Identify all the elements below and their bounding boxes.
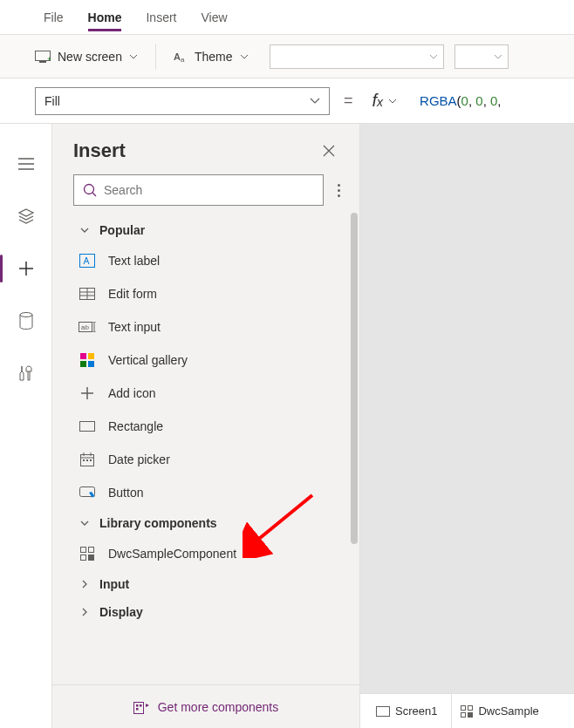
- item-label: Text input: [108, 320, 161, 334]
- chevron-down-icon: [240, 54, 249, 59]
- svg-rect-24: [88, 555, 94, 561]
- formula-input[interactable]: RGBA(0, 0, 0,: [411, 93, 574, 109]
- rail-data[interactable]: [5, 300, 47, 342]
- svg-rect-11: [80, 353, 86, 359]
- item-label: Edit form: [108, 287, 157, 301]
- screen-tab-1[interactable]: Screen1: [367, 694, 446, 729]
- rail-tools[interactable]: [5, 352, 47, 394]
- chevron-down-icon: [388, 99, 397, 104]
- item-rectangle[interactable]: Rectangle: [52, 410, 359, 443]
- item-text-input[interactable]: ab Text input: [52, 310, 359, 344]
- item-text-label[interactable]: Text label: [52, 244, 359, 277]
- group-library-components[interactable]: Library components: [52, 509, 359, 537]
- button-icon: [79, 484, 96, 501]
- text-input-icon: ab: [79, 318, 96, 336]
- svg-text:a: a: [181, 56, 185, 63]
- item-date-picker[interactable]: Date picker: [52, 443, 359, 476]
- insert-panel: Insert Popular Text label: [52, 124, 360, 728]
- get-more-label: Get more components: [158, 700, 279, 714]
- tab-label: Screen1: [395, 704, 437, 718]
- svg-rect-12: [88, 353, 94, 359]
- fx-button[interactable]: fx: [367, 91, 403, 111]
- rail-insert[interactable]: [5, 248, 47, 289]
- text-label-icon: [79, 252, 96, 269]
- tab-home[interactable]: Home: [76, 0, 134, 35]
- tab-label: DwcSample: [478, 704, 538, 718]
- theme-icon: Aa: [174, 51, 188, 63]
- get-more-components-button[interactable]: Get more components: [52, 684, 359, 728]
- svg-rect-33: [468, 712, 473, 718]
- group-label: Library components: [99, 516, 217, 530]
- group-display[interactable]: Display: [52, 598, 359, 626]
- svg-point-6: [85, 185, 94, 194]
- rail-tree-view[interactable]: [5, 143, 47, 185]
- gallery-icon: [79, 351, 96, 369]
- left-rail: [0, 124, 52, 728]
- item-vertical-gallery[interactable]: Vertical gallery: [52, 344, 359, 377]
- item-label: DwcSampleComponent: [108, 547, 236, 561]
- rectangle-icon: [79, 418, 96, 435]
- divider: [155, 44, 156, 70]
- component-icon: [79, 545, 96, 562]
- more-button[interactable]: [334, 180, 344, 201]
- search-field[interactable]: [104, 183, 314, 197]
- search-input[interactable]: [73, 174, 324, 206]
- chevron-right-icon: [82, 608, 87, 616]
- tab-insert[interactable]: Insert: [133, 0, 188, 35]
- svg-text:A: A: [174, 51, 181, 62]
- group-input[interactable]: Input: [52, 570, 359, 598]
- tab-file[interactable]: File: [31, 0, 76, 35]
- screen-tabs: Screen1 DwcSample: [360, 693, 574, 728]
- menu-bar: File Home Insert View: [0, 0, 574, 35]
- svg-rect-19: [90, 459, 92, 461]
- rail-layers[interactable]: [5, 195, 47, 237]
- theme-button[interactable]: Aa Theme: [163, 42, 259, 71]
- property-selector[interactable]: Fill: [35, 87, 330, 115]
- font-dropdown[interactable]: [270, 44, 444, 69]
- size-dropdown[interactable]: [454, 44, 509, 69]
- svg-rect-14: [88, 361, 94, 367]
- svg-rect-31: [468, 705, 473, 710]
- ribbon: + New screen Aa Theme: [0, 35, 574, 78]
- database-icon: [19, 312, 33, 330]
- svg-rect-15: [80, 422, 95, 432]
- new-screen-button[interactable]: + New screen: [24, 42, 148, 71]
- group-popular[interactable]: Popular: [52, 216, 359, 244]
- chevron-down-icon: [429, 54, 438, 59]
- scrollbar[interactable]: [351, 213, 358, 544]
- item-edit-form[interactable]: Edit form: [52, 277, 359, 310]
- property-label: Fill: [44, 94, 60, 108]
- svg-rect-17: [83, 459, 85, 461]
- chevron-down-icon: [310, 98, 320, 104]
- item-label: Rectangle: [108, 419, 163, 433]
- calendar-icon: [79, 451, 96, 468]
- canvas[interactable]: Screen1 DwcSample: [360, 124, 574, 728]
- svg-rect-21: [81, 548, 86, 553]
- item-label: Date picker: [108, 452, 170, 466]
- group-label: Popular: [99, 223, 145, 237]
- svg-rect-1: [39, 61, 46, 63]
- chevron-down-icon: [80, 520, 89, 526]
- item-label: Vertical gallery: [108, 353, 188, 367]
- svg-text:ab: ab: [81, 323, 89, 331]
- group-label: Input: [99, 577, 129, 591]
- group-label: Display: [99, 605, 143, 619]
- item-button[interactable]: Button: [52, 476, 359, 509]
- svg-rect-30: [461, 705, 466, 710]
- close-button[interactable]: [319, 141, 338, 160]
- form-icon: [79, 285, 96, 303]
- svg-point-5: [20, 313, 32, 317]
- item-add-icon[interactable]: Add icon: [52, 377, 359, 410]
- screen-icon: [376, 706, 390, 717]
- component-library-icon: [133, 700, 149, 714]
- formula-fn: RGBA: [420, 93, 457, 108]
- item-dwc-sample-component[interactable]: DwcSampleComponent: [52, 537, 359, 570]
- layers-icon: [17, 208, 35, 224]
- svg-rect-26: [136, 704, 139, 707]
- plus-icon: [18, 261, 34, 276]
- hamburger-icon: [18, 158, 34, 170]
- tab-view[interactable]: View: [188, 0, 239, 35]
- item-label: Add icon: [108, 386, 155, 400]
- close-icon: [323, 145, 335, 157]
- screen-tab-2[interactable]: DwcSample: [451, 694, 547, 729]
